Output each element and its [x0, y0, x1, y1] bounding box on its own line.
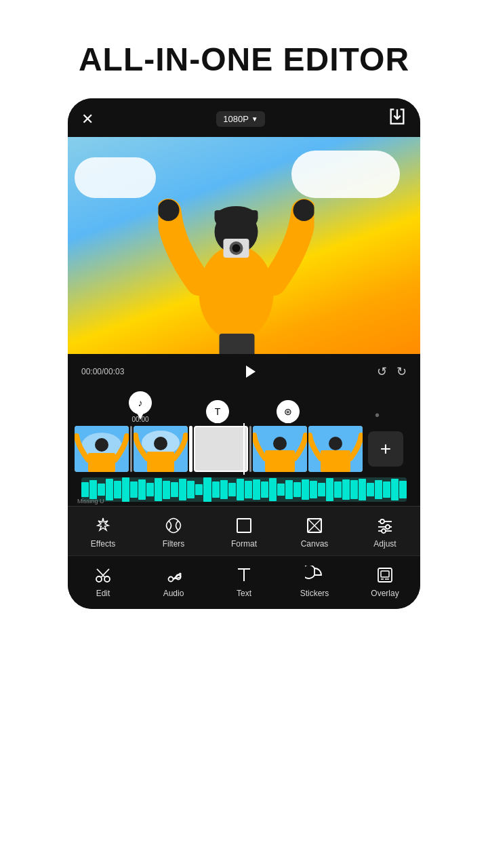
svg-point-5 — [293, 199, 314, 221]
export-button[interactable] — [388, 108, 407, 130]
waveform-bar — [391, 479, 399, 500]
audio-label: Audio — [163, 589, 184, 598]
waveform-bar — [318, 483, 325, 497]
undo-redo-group: ↺ ↻ — [377, 364, 407, 379]
filters-icon — [164, 516, 183, 535]
add-clip-button[interactable]: + — [368, 431, 403, 467]
format-icon — [235, 516, 253, 535]
timeline-frame-4[interactable] — [253, 426, 307, 472]
tool-canvas[interactable]: Canvas — [279, 516, 350, 549]
svg-rect-17 — [147, 452, 174, 472]
waveform-bar — [228, 483, 236, 496]
text-icon — [235, 566, 253, 585]
svg-rect-21 — [265, 450, 295, 472]
waveform-bar — [130, 481, 138, 497]
waveform-bar — [195, 484, 203, 495]
svg-line-39 — [97, 569, 105, 577]
tool-audio[interactable]: Audio — [138, 566, 209, 598]
chevron-down-icon: ▼ — [251, 115, 258, 123]
play-button[interactable] — [240, 361, 262, 382]
svg-point-8 — [232, 244, 241, 252]
timeline-frame-2[interactable] — [134, 426, 188, 472]
pin-text[interactable]: T — [206, 400, 229, 423]
overlay-label: Overlay — [371, 589, 399, 598]
tool-overlay[interactable]: Overlay — [350, 566, 420, 598]
svg-point-40 — [169, 577, 174, 582]
waveform-bar — [277, 484, 285, 496]
timeline-frame-selected[interactable] — [194, 426, 248, 472]
waveform-bar — [253, 479, 260, 500]
tool-stickers[interactable]: Stickers — [279, 566, 350, 598]
waveform-bar — [114, 481, 121, 498]
waveform-bar — [237, 479, 244, 500]
waveform-bar — [399, 481, 407, 498]
text-pin-circle: T — [206, 400, 229, 423]
top-bar: ✕ 1080P ▼ — [68, 98, 420, 137]
waveform-bar — [106, 479, 113, 500]
playback-controls: 00:00/00:03 ↺ ↻ — [68, 354, 420, 389]
waveform-bar — [203, 477, 211, 501]
pin-music[interactable]: ♪ 00:00 — [129, 391, 152, 423]
waveform-container: Missing U — [68, 475, 420, 506]
waveform-bar — [342, 479, 350, 500]
tool-edit[interactable]: Edit — [68, 566, 138, 598]
svg-rect-19 — [195, 427, 248, 472]
timeline-frame-5[interactable] — [308, 426, 363, 472]
audio-icon — [164, 566, 183, 585]
pin-effect[interactable]: ⊛ — [277, 400, 300, 423]
svg-point-35 — [382, 529, 386, 533]
redo-button[interactable]: ↻ — [396, 364, 407, 379]
waveform-bar — [220, 480, 228, 500]
waveform-bar — [122, 477, 129, 502]
toolbar-effects: Effects Filters Format Canvas — [68, 506, 420, 555]
tool-adjust[interactable]: Adjust — [350, 516, 420, 549]
svg-point-37 — [104, 576, 110, 582]
toolbar-edit: Edit Audio Text — [68, 555, 420, 609]
cloud-left — [75, 157, 156, 198]
svg-point-18 — [154, 437, 167, 450]
film-strip: + — [68, 423, 420, 475]
waveform-bar — [171, 482, 178, 497]
adjust-icon — [375, 516, 394, 535]
canvas-label: Canvas — [301, 539, 329, 549]
adjust-label: Adjust — [373, 539, 396, 549]
undo-button[interactable]: ↺ — [377, 364, 387, 379]
svg-rect-47 — [378, 568, 392, 582]
close-button[interactable]: ✕ — [81, 111, 94, 128]
waveform-bar — [187, 481, 195, 498]
svg-point-0 — [199, 245, 274, 340]
svg-point-31 — [380, 519, 384, 524]
waveform-bar — [326, 478, 333, 501]
timeline-frame-1[interactable] — [75, 426, 129, 472]
music-pin-circle: ♪ — [129, 391, 152, 414]
waveform-bar — [179, 479, 186, 500]
svg-rect-48 — [381, 571, 389, 577]
svg-rect-3 — [215, 210, 258, 220]
waveform-bar — [163, 481, 170, 499]
text-label: Text — [237, 589, 251, 598]
frame-divider-1 — [130, 426, 132, 472]
tool-format[interactable]: Format — [209, 516, 279, 549]
resolution-selector[interactable]: 1080P ▼ — [216, 111, 265, 127]
svg-point-22 — [273, 437, 287, 450]
person-figure — [159, 164, 314, 354]
tool-filters[interactable]: Filters — [138, 516, 209, 549]
svg-point-14 — [95, 438, 108, 452]
stickers-icon — [305, 566, 324, 585]
tool-effects[interactable]: Effects — [68, 516, 138, 549]
waveform-bar — [375, 480, 382, 499]
waveform-bar — [155, 478, 162, 501]
waveform-bar — [81, 482, 89, 497]
svg-point-25 — [329, 437, 342, 450]
pin-markers: ♪ 00:00 T ⊛ • — [68, 389, 420, 423]
waveform-bar — [334, 481, 342, 498]
waveform-track-name: Missing U — [77, 498, 104, 505]
tool-text[interactable]: Text — [209, 566, 279, 598]
canvas-icon — [305, 516, 324, 535]
waveform-bar — [261, 481, 268, 498]
resolution-label: 1080P — [223, 114, 249, 124]
waveform-bar — [89, 480, 97, 500]
waveform-bar — [383, 481, 390, 497]
svg-point-4 — [159, 199, 180, 221]
waveform-bar — [310, 481, 317, 498]
